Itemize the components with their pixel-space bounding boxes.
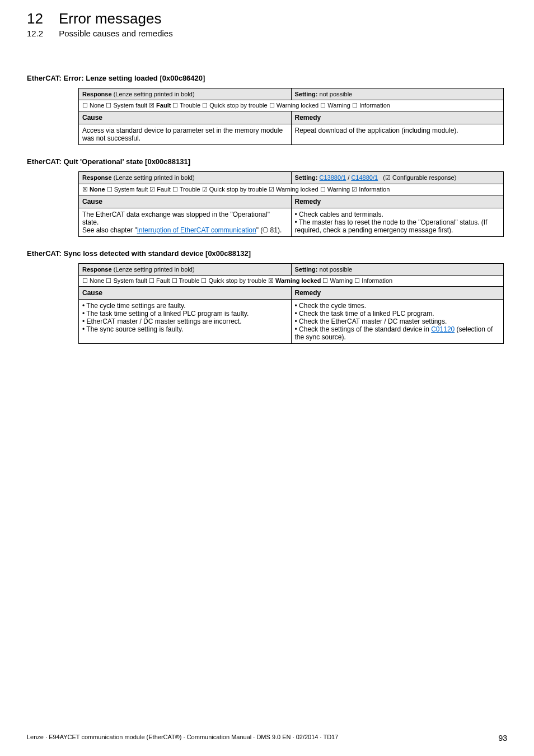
cause-text: • The cycle time settings are faulty.• T… <box>79 300 292 344</box>
cause-text: Access via standard device to parameter … <box>79 124 292 145</box>
response-header: Response (Lenze setting printed in bold) <box>79 264 292 276</box>
setting-link[interactable]: C13880/1 <box>320 174 346 181</box>
error-table: Response (Lenze setting printed in bold)… <box>78 171 504 237</box>
remedy-label: Remedy <box>291 195 504 208</box>
setting-header: Setting: C13880/1 / C14880/1 (☑ Configur… <box>291 172 504 184</box>
page-number: 93 <box>498 734 507 743</box>
error-entry-title: EtherCAT: Sync loss detected with standa… <box>27 249 507 258</box>
cause-text: The EtherCAT data exchange was stopped i… <box>79 208 292 237</box>
footer-text: Lenze · E94AYCET communication module (E… <box>27 734 338 743</box>
remedy-text: Repeat download of the application (incl… <box>291 124 504 145</box>
response-header: Response (Lenze setting printed in bold) <box>79 172 292 184</box>
setting-link[interactable]: C14880/1 <box>351 174 378 181</box>
remedy-label: Remedy <box>291 111 504 124</box>
divider-rule: _ _ _ _ _ _ _ _ _ _ _ _ _ _ _ _ _ _ _ _ … <box>27 53 507 62</box>
remedy-text: • Check cables and terminals.• The maste… <box>291 208 504 237</box>
chapter-number: 12 <box>27 10 43 27</box>
setting-header: Setting: not possible <box>291 88 504 100</box>
cause-label: Cause <box>79 287 292 300</box>
error-entry-title: EtherCAT: Error: Lenze setting loaded [0… <box>27 74 507 82</box>
response-flags: ☐ None ☐ System fault ☒ Fault ☐ Trouble … <box>79 100 504 111</box>
remedy-label: Remedy <box>291 287 504 300</box>
cause-label: Cause <box>79 111 292 124</box>
response-flags: ☒ None ☐ System fault ☑ Fault ☐ Trouble … <box>79 184 504 195</box>
error-table: Response (Lenze setting printed in bold)… <box>78 88 504 145</box>
section-title: Possible causes and remedies <box>59 29 172 38</box>
error-table: Response (Lenze setting printed in bold)… <box>78 263 504 344</box>
error-entry-title: EtherCAT: Quit 'Operational' state [0x00… <box>27 157 507 166</box>
chapter-title: Error messages <box>59 10 162 27</box>
cause-label: Cause <box>79 195 292 208</box>
setting-header: Setting: not possible <box>291 264 504 276</box>
response-flags: ☐ None ☐ System fault ☐ Fault ☐ Trouble … <box>79 276 504 287</box>
remedy-text: • Check the cycle times.• Check the task… <box>291 300 504 344</box>
section-number: 12.2 <box>27 29 43 38</box>
response-header: Response (Lenze setting printed in bold) <box>79 88 292 100</box>
